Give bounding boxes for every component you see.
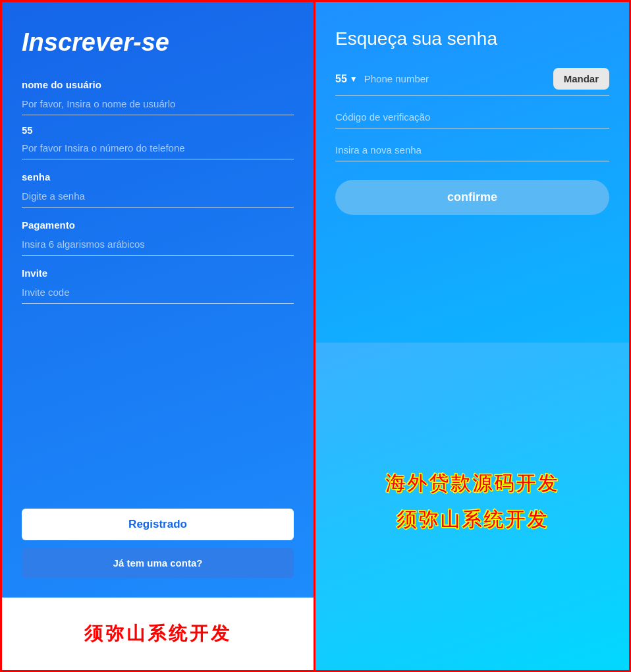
payment-input[interactable] (22, 235, 294, 256)
right-panel: Esqueça sua senha 55 ▼ Mandar confirme 海… (316, 2, 629, 670)
confirme-button[interactable]: confirme (335, 180, 609, 215)
phone-prefix-left: 55 (22, 125, 294, 136)
app-title: Inscrever-se (22, 28, 294, 57)
right-form-area: Esqueça sua senha 55 ▼ Mandar confirme (316, 2, 629, 343)
phone-input-left[interactable] (22, 138, 294, 159)
right-title: Esqueça sua senha (335, 28, 609, 49)
register-button[interactable]: Registrado (22, 509, 294, 540)
phone-number-input-right[interactable] (364, 73, 553, 84)
password-input[interactable] (22, 186, 294, 208)
right-bottom-line2: 须弥山系统开发 (397, 507, 549, 534)
left-form-area: Inscrever-se nome do usuário 55 senha Pa… (2, 2, 314, 598)
already-account-button[interactable]: Já tem uma conta? (22, 548, 294, 578)
invite-input[interactable] (22, 283, 294, 304)
new-password-input[interactable] (335, 140, 609, 161)
dropdown-icon[interactable]: ▼ (350, 74, 358, 84)
password-label: senha (22, 171, 294, 182)
phone-code-right: 55 (335, 73, 347, 85)
username-input[interactable] (22, 94, 294, 115)
left-bottom-text: 须弥山系统开发 (84, 621, 232, 646)
right-bottom-line1: 海外贷款源码开发 (385, 470, 559, 497)
left-panel: Inscrever-se nome do usuário 55 senha Pa… (2, 2, 316, 670)
mandar-button[interactable]: Mandar (553, 68, 609, 90)
phone-row: 55 ▼ Mandar (335, 68, 609, 96)
left-bottom-area: 须弥山系统开发 (2, 598, 314, 670)
username-label: nome do usuário (22, 79, 294, 90)
invite-label: Invite (22, 267, 294, 279)
verification-code-input[interactable] (335, 107, 609, 128)
right-bottom-area: 海外贷款源码开发 须弥山系统开发 (316, 343, 629, 670)
payment-label: Pagamento (22, 219, 294, 231)
